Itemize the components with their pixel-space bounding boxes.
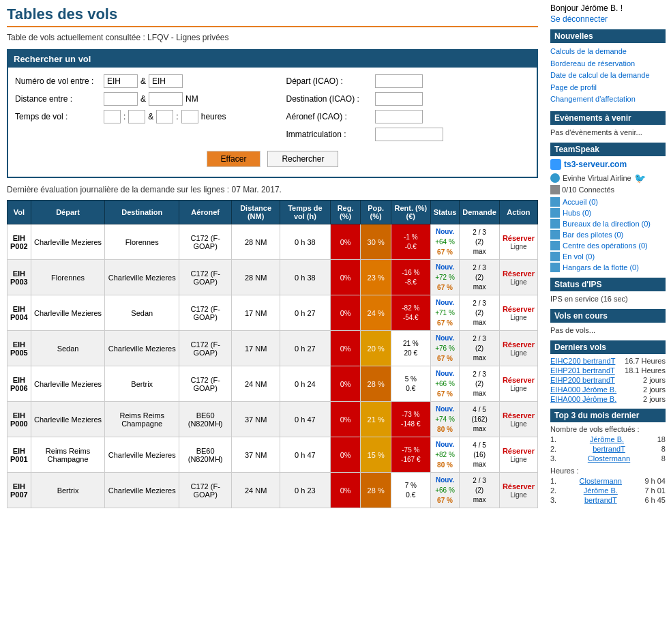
rechercher-button[interactable]: Rechercher	[267, 151, 338, 167]
centre-icon	[550, 241, 560, 250]
demande-line1: 2 / 3	[462, 299, 496, 308]
top3-heures-label: Heures :	[550, 467, 666, 475]
td-pop: 28 %	[361, 473, 391, 508]
search-box: Rechercher un vol Numéro de vol entre : …	[7, 49, 538, 178]
reserver-link[interactable]: Réserver	[503, 482, 535, 491]
derniers-flight-link[interactable]: EIHP201 bertrandT	[550, 366, 615, 375]
top3-h-name-link[interactable]: Clostermann	[580, 477, 622, 485]
derniers-time: 2 jours	[643, 395, 666, 403]
rent-pct: -16 %	[394, 268, 428, 278]
vol-code: P001	[10, 455, 28, 463]
td-vol: EIH P007	[8, 473, 31, 508]
distance-from-input[interactable]	[104, 92, 138, 106]
td-rent: 21 % 20 €	[391, 331, 430, 366]
top3-name-link[interactable]: Jérôme B.	[590, 435, 624, 443]
reserver-link[interactable]: Réserver	[503, 447, 535, 455]
page-title: Tables des vols	[7, 5, 538, 27]
link-profil[interactable]: Page de profil	[550, 82, 666, 94]
ts-logo-row: ts3-serveur.com	[550, 159, 666, 170]
search-right-section: Départ (ICAO) : Destination (ICAO) : Aér…	[286, 74, 531, 145]
temps-h2[interactable]	[156, 110, 173, 123]
td-temps: 0 h 47	[280, 437, 331, 473]
top3-h-name-link[interactable]: bertrandT	[584, 496, 617, 504]
eval-date: Dernière évaluation journalière de la de…	[7, 185, 538, 194]
depart-input[interactable]	[375, 74, 423, 88]
td-vol: EIH P003	[8, 260, 31, 295]
reserver-link[interactable]: Réserver	[503, 305, 535, 313]
vol-num: EIH	[10, 234, 28, 242]
th-depart: Départ	[31, 201, 105, 224]
bar-icon	[550, 230, 560, 239]
demande-line1: 4 / 5	[462, 441, 496, 450]
status-nouv: Nouv.	[434, 404, 457, 414]
destination-row: Destination (ICAO) :	[286, 92, 531, 106]
search-body: Numéro de vol entre : & Distance entre :	[8, 68, 537, 177]
immat-input[interactable]	[375, 128, 443, 141]
link-date-calcul[interactable]: Date de calcul de la demande	[550, 70, 666, 82]
vol-to-input[interactable]	[149, 74, 183, 88]
rent-eur: -0.€	[394, 242, 428, 252]
reserver-link[interactable]: Réserver	[503, 269, 535, 278]
ligne-text: Ligne	[510, 456, 526, 463]
td-demande: 4 / 5 (16) max	[460, 437, 500, 473]
td-aeronef: BE60 (N820MH)	[179, 402, 232, 437]
vol-from-input[interactable]	[104, 74, 138, 88]
derniers-flight-link[interactable]: EIHA000 Jérôme B.	[550, 395, 616, 403]
td-depart: Reims Reims Champagne	[31, 437, 105, 473]
temps-between: : & : heures	[104, 110, 226, 123]
td-distance: 28 NM	[232, 224, 280, 260]
link-bordereau[interactable]: Bordereau de réservation	[550, 58, 666, 70]
rent-pct: 5 %	[394, 375, 428, 384]
temps-m2[interactable]	[181, 110, 198, 123]
rent-pct: -75 %	[394, 445, 428, 455]
reserver-link[interactable]: Réserver	[503, 234, 535, 242]
status-nouv: Nouv.	[434, 333, 457, 343]
td-temps: 0 h 38	[280, 260, 331, 295]
effacer-button[interactable]: Effacer	[207, 151, 261, 167]
link-calculs[interactable]: Calculs de la demande	[550, 46, 666, 58]
td-demande: 2 / 3 (2) max	[460, 260, 500, 295]
top3-name-link[interactable]: Clostermann	[588, 454, 630, 463]
rent-eur: -148 €	[394, 420, 428, 429]
derniers-flight-link[interactable]: EIHP200 bertrandT	[550, 376, 615, 384]
td-distance: 24 NM	[232, 366, 280, 402]
td-reg: 0%	[330, 437, 361, 473]
hangars-icon	[550, 263, 560, 272]
destination-input[interactable]	[375, 92, 423, 106]
top3-name-link[interactable]: bertrandT	[593, 445, 625, 453]
reserver-link[interactable]: Réserver	[503, 340, 535, 349]
top3-rank: 3.	[550, 454, 556, 463]
table-row: EIH P000 Charleville Mezieres Reims Reim…	[8, 402, 538, 437]
th-rent: Rent. (%) (€)	[391, 201, 430, 224]
rent-eur: 0.€	[394, 491, 428, 500]
aeronef-input[interactable]	[375, 110, 423, 123]
td-demande: 2 / 3 (2) max	[460, 366, 500, 402]
reserver-link[interactable]: Réserver	[503, 411, 535, 420]
reserver-link[interactable]: Réserver	[503, 376, 535, 384]
ligne-text: Ligne	[510, 314, 526, 321]
flight-table: Vol Départ Destination Aéronef Distance …	[7, 200, 538, 508]
demande-line2: (2)	[462, 308, 496, 318]
td-reg: 0%	[330, 224, 361, 260]
top3-h-name-link[interactable]: Jérôme B.	[584, 486, 618, 495]
top3-vols-label: Nombre de vols effectués :	[550, 425, 666, 433]
main-content: Tables des vols Table de vols actuelleme…	[0, 0, 545, 514]
derniers-flight-link[interactable]: EIHA000 Jérôme B.	[550, 385, 616, 394]
rent-pct: 21 %	[394, 339, 428, 349]
status-pct2: 80 %	[434, 424, 457, 435]
table-row: EIH P007 Bertrix Charleville Mezieres C1…	[8, 473, 538, 508]
derniers-time: 16.7 Heures	[625, 357, 666, 365]
link-affectation[interactable]: Changement d'affectation	[550, 93, 666, 106]
table-row: EIH P005 Sedan Charleville Mezieres C172…	[8, 331, 538, 366]
logout-link[interactable]: Se déconnecter	[550, 14, 666, 24]
derniers-flight-link[interactable]: EIHC200 bertrandT	[550, 357, 615, 365]
distance-to-input[interactable]	[149, 92, 183, 106]
sidebar: Bonjour Jérôme B. ! Se déconnecter Nouve…	[545, 0, 671, 514]
ts-logo-link[interactable]: ts3-serveur.com	[564, 160, 627, 169]
temps-m1[interactable]	[128, 110, 145, 123]
vols-title: Vols en cours	[550, 309, 666, 323]
demande-line3: max	[462, 460, 496, 469]
vol-num: EIH	[10, 340, 28, 349]
temps-h1[interactable]	[104, 110, 121, 123]
aeronef-label: Aéronef (ICAO) :	[286, 112, 375, 121]
